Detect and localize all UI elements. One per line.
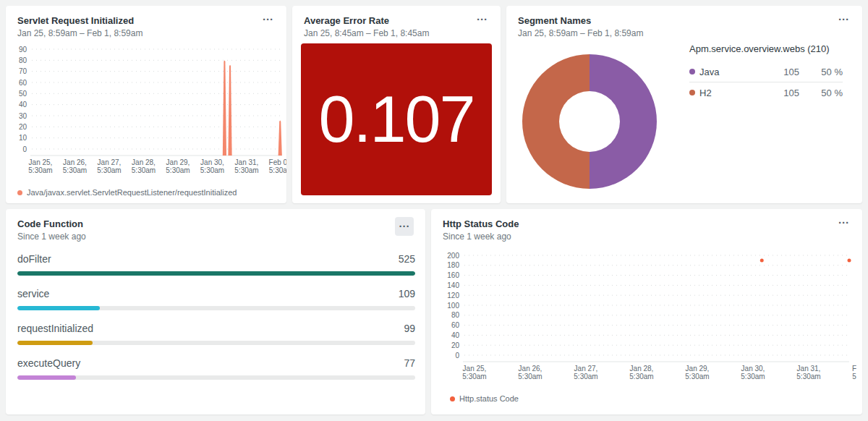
bar-track (17, 341, 415, 345)
panel-title: Code Function (17, 218, 86, 229)
segment-table-header: Apm.service.overview.webs (210) (689, 43, 843, 54)
x-axis-tick-label: Jan 31, (797, 365, 821, 373)
panel-segment-names: Segment Names Jan 25, 8:59am – Feb 1, 8:… (506, 6, 862, 203)
ellipsis-menu-icon[interactable]: ··· (837, 218, 851, 227)
y-axis-tick-label: 90 (19, 46, 27, 54)
series-value: 105 (763, 88, 799, 98)
y-axis-tick-label: 10 (19, 134, 27, 142)
panel-http-status-code: Http Status Code Since 1 week ago ··· 02… (431, 209, 862, 414)
panel-title-block: Http Status Code Since 1 week ago (443, 218, 519, 242)
y-axis-tick-label: 0 (22, 145, 27, 153)
legend-color-dot (450, 396, 455, 401)
legend-color-dot (17, 190, 22, 195)
panel-header: Http Status Code Since 1 week ago ··· (431, 209, 862, 242)
bar-label: doFilter (17, 253, 51, 265)
bar-fill (17, 341, 93, 345)
area-spike[interactable] (228, 65, 231, 156)
y-axis-tick-label: 80 (451, 311, 460, 319)
scatter-point[interactable] (848, 258, 851, 262)
bar-list-row[interactable]: service109 (17, 288, 415, 310)
scatter-point[interactable] (760, 258, 764, 262)
panel-title-block: Servlet Request Initialized Jan 25, 8:59… (17, 15, 142, 38)
segment-table-row[interactable]: Java10550 % (689, 61, 843, 82)
bar-list-row[interactable]: doFilter525 (17, 253, 415, 276)
y-axis-tick-label: 0 (455, 352, 459, 360)
bar-fill (17, 306, 100, 310)
x-axis-tick-sublabel: 5:30am (269, 166, 286, 174)
segment-table-rows: Java10550 %H210550 % (689, 61, 843, 103)
x-axis-tick-label: Jan 31, (235, 158, 259, 166)
y-axis-tick-label: 160 (447, 271, 459, 279)
x-axis-tick-label: Jan 27, (574, 365, 598, 373)
x-axis-tick-sublabel: 5:30am (462, 373, 486, 380)
segment-table: Apm.service.overview.webs (210) Java1055… (689, 43, 843, 103)
x-axis-tick-sublabel: 5:30am (741, 373, 765, 380)
ellipsis-menu-icon[interactable]: ··· (395, 217, 414, 236)
bar-label: executeQuery (17, 357, 80, 369)
y-axis-tick-label: 70 (19, 67, 27, 75)
panel-time-range: Jan 25, 8:59am – Feb 1, 8:59am (17, 28, 142, 38)
series-value: 105 (763, 67, 799, 77)
x-axis-tick-sublabel: 5:30am (166, 166, 190, 174)
bar-label-line: executeQuery77 (17, 357, 415, 369)
area-spike[interactable] (278, 120, 282, 156)
bar-list-row[interactable]: requestInitialized99 (17, 323, 415, 345)
x-axis-tick-label: Jan 28, (630, 365, 654, 373)
ellipsis-menu-icon[interactable]: ··· (475, 15, 489, 24)
x-axis-tick-label: Jan 29, (686, 365, 710, 373)
billboard-alert-tile[interactable]: 0.107 (301, 43, 492, 195)
y-axis-tick-label: 60 (19, 79, 27, 87)
x-axis-tick-label: Jan 30, (741, 365, 765, 373)
y-axis-tick-label: 200 (447, 252, 459, 260)
dashboard-top-row: Servlet Request Initialized Jan 25, 8:59… (6, 6, 862, 203)
bar-list-row[interactable]: executeQuery77 (17, 357, 415, 380)
y-axis-tick-label: 80 (19, 56, 27, 64)
x-axis-tick-sublabel: 5:30am (518, 373, 542, 380)
bar-label-line: doFilter525 (17, 253, 415, 265)
x-axis-tick-sublabel: 5:30am (234, 166, 258, 174)
y-axis-tick-label: 120 (447, 292, 459, 299)
panel-title: Http Status Code (443, 218, 519, 229)
panel-code-function: Code Function Since 1 week ago ··· doFil… (6, 209, 425, 414)
bar-value: 109 (399, 288, 415, 299)
y-axis-tick-label: 40 (451, 331, 460, 339)
x-axis-tick-sublabel: 5:30am (574, 373, 597, 380)
panel-time-range: Jan 25, 8:59am – Feb 1, 8:59am (518, 28, 643, 38)
panel-time-range: Jan 25, 8:45am – Feb 1, 8:45am (304, 28, 429, 38)
panel-time-range: Since 1 week ago (17, 231, 86, 242)
bar-fill (17, 375, 76, 380)
chart-legend[interactable]: Http.status Code (450, 394, 519, 403)
series-color-dot (689, 90, 695, 95)
area-spike[interactable] (223, 61, 226, 156)
donut-chart[interactable] (522, 54, 657, 189)
panel-header: Code Function Since 1 week ago ··· (6, 209, 425, 242)
scatter-chart[interactable]: 020406080100120140160180200Jan 25,5:30am… (443, 245, 856, 387)
bar-label: service (17, 288, 49, 299)
series-name: H2 (699, 88, 763, 98)
panel-header: Average Error Rate Jan 25, 8:45am – Feb … (292, 6, 501, 38)
x-axis-tick-sublabel: 5:30am (796, 373, 820, 380)
bar-list-chart: doFilter525service109requestInitialized9… (17, 241, 415, 380)
dashboard-page: Servlet Request Initialized Jan 25, 8:59… (0, 0, 868, 420)
x-axis-tick-label: Jan 25, (463, 365, 487, 373)
panel-title-block: Segment Names Jan 25, 8:59am – Feb 1, 8:… (518, 15, 643, 38)
x-axis-tick-sublabel: 5:30am (200, 166, 224, 174)
bar-label-line: service109 (17, 288, 415, 299)
x-axis-tick-label: Jan 25, (29, 158, 53, 166)
panel-title-block: Average Error Rate Jan 25, 8:45am – Feb … (304, 15, 429, 38)
bar-value: 525 (399, 253, 415, 265)
dashboard-bottom-row: Code Function Since 1 week ago ··· doFil… (6, 209, 862, 414)
ellipsis-menu-icon[interactable]: ··· (837, 15, 851, 24)
panel-servlet-request-initialized: Servlet Request Initialized Jan 25, 8:59… (6, 6, 286, 203)
x-axis-tick-sublabel: 5:30am (685, 373, 709, 380)
chart-legend[interactable]: Java/javax.servlet.ServletRequestListene… (17, 188, 237, 197)
y-axis-tick-label: 180 (447, 261, 459, 269)
legend-label: Http.status Code (459, 394, 519, 403)
area-chart[interactable]: 0102030405060708090Jan 25,5:30amJan 26,5… (12, 43, 286, 181)
bar-label-line: requestInitialized99 (17, 323, 415, 334)
bar-track (17, 375, 415, 380)
x-axis-tick-sublabel: 5:30am (63, 166, 87, 174)
ellipsis-menu-icon[interactable]: ··· (261, 15, 275, 24)
legend-label: Java/javax.servlet.ServletRequestListene… (27, 188, 237, 197)
segment-table-row[interactable]: H210550 % (689, 82, 843, 103)
